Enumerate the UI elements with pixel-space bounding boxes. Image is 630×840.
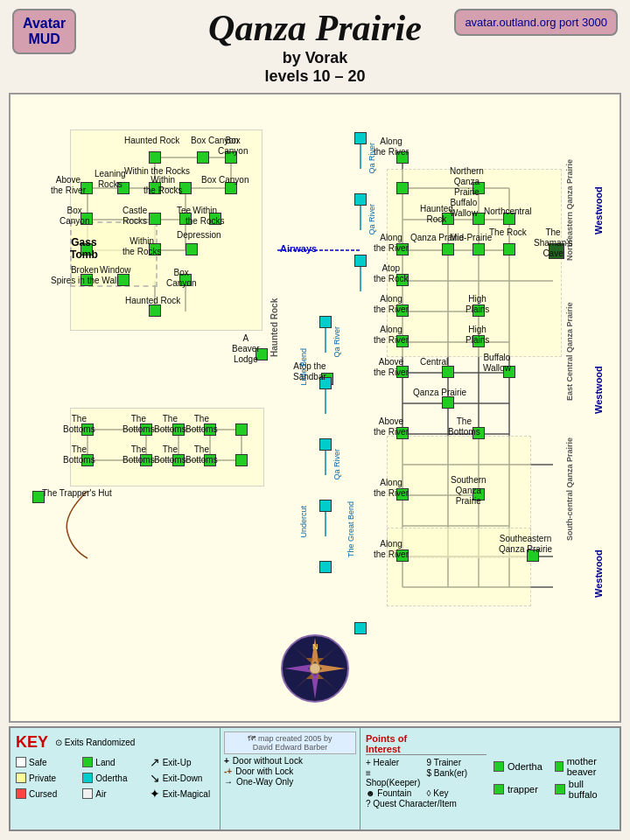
- node-central: [442, 366, 454, 378]
- label-qa-river-3: Qa River: [332, 326, 342, 358]
- node-along-river-e2: [396, 182, 409, 194]
- poi-quest: ? Quest Character/Item: [366, 799, 486, 808]
- page-header: AvatarMUD Qanza Prairie by Vorak levels …: [0, 0, 630, 89]
- page-by: by Vorak: [0, 49, 630, 67]
- node-buffalo-wallow-s: [503, 366, 515, 378]
- westwood-label-3: Westwood: [593, 536, 604, 598]
- node-above-river-e: [396, 366, 409, 378]
- node-bottoms-7: [140, 454, 152, 466]
- svg-point-148: [310, 663, 320, 674]
- node-within-rocks-1: [149, 182, 161, 194]
- node-above-river-1: [80, 182, 93, 194]
- node-atop-rock: [396, 274, 409, 286]
- poi-title: Points ofInterest: [366, 733, 486, 755]
- key-private: Private: [16, 771, 80, 785]
- node-along-river-e7: [396, 550, 409, 562]
- server-badge: avatar.outland.org port 3000: [454, 9, 618, 36]
- key-air: Air: [82, 787, 147, 801]
- node-haunted-rock-2: [149, 304, 161, 317]
- key-exit-up: ↗Exit-Up: [150, 755, 214, 769]
- northeastern-qanza-label: Northeastern Qanza Prairie: [565, 156, 574, 261]
- node-within-rocks-3: [209, 213, 221, 225]
- node-buffalo-wallow-n: [472, 213, 485, 225]
- key-right: Points ofInterest + Healer 9 Trainer ≡ S…: [360, 728, 620, 830]
- key-safe: Safe: [16, 755, 80, 769]
- node-bottoms-5: [235, 424, 248, 436]
- node-northern-qanza: [472, 182, 485, 194]
- label-qa-river-1: Qa River: [368, 143, 377, 174]
- node-qanza-prairie-n: [442, 243, 454, 256]
- node-bottoms-4: [204, 424, 216, 436]
- label-qa-river-4: Qa River: [332, 449, 342, 480]
- avatar-mud-badge: AvatarMUD: [12, 9, 76, 54]
- key-section: KEY ⊙ Exits Randomized Safe Land ↗Exit-U…: [9, 726, 621, 831]
- door-with-lock: -+Door with Lock: [224, 766, 356, 776]
- map-container: Haunted Rock Westwood Westwood: [9, 93, 621, 723]
- node-along-river-e3: [396, 243, 409, 256]
- east-central-qanza-label: East Central Qanza Prairie: [565, 278, 574, 401]
- node-beaver-lodge: [256, 348, 268, 360]
- node-river-8: [354, 622, 367, 634]
- node-mid-prairie: [472, 243, 485, 256]
- node-box-canyon-5: [179, 274, 192, 286]
- node-river-4: [319, 316, 332, 328]
- node-southeastern-qanza: [527, 550, 539, 562]
- node-river-3: [354, 255, 367, 267]
- node-box-canyon-4: [80, 213, 93, 225]
- label-qa-river-2: Qa River: [368, 204, 377, 235]
- poi-shop: ≡ Shop(Keeper): [366, 768, 426, 788]
- legend-odertha: Odertha: [494, 756, 553, 777]
- poi-bank: $ Bank(er): [427, 768, 487, 788]
- poi-trainer: 9 Trainer: [427, 758, 487, 767]
- legend-bull-buffalo: bull buffalo: [555, 779, 614, 800]
- node-along-river-e4: [396, 304, 409, 317]
- node-along-river-e1: [396, 151, 409, 164]
- poi-fountain: ☻ Fountain: [366, 788, 426, 798]
- node-river-7: [319, 561, 332, 573]
- node-bottoms-1: [81, 424, 94, 436]
- node-river-2: [354, 193, 367, 206]
- label-great-bend: The Great Bend: [346, 501, 356, 557]
- legend-items: Odertha mother beaver trapper bull buffa…: [494, 756, 614, 800]
- node-along-river-e5: [396, 335, 409, 347]
- westwood-label-1: Westwood: [593, 173, 604, 234]
- svg-text:N: N: [312, 642, 318, 651]
- node-little-bend: [319, 377, 332, 389]
- key-land: Land: [82, 755, 147, 769]
- page-levels: levels 10 – 20: [0, 67, 630, 86]
- node-qanza-prairie-s: [442, 396, 454, 409]
- node-within-rocks-4: [149, 243, 161, 256]
- node-river-1: [354, 132, 367, 144]
- label-undercut: Undercut: [299, 506, 309, 538]
- node-high-plains-2: [472, 335, 485, 347]
- label-qanza-prairie-s: Qanza Prairie: [413, 388, 466, 398]
- node-southern-qanza: [472, 488, 485, 500]
- node-above-river-e2: [396, 427, 409, 439]
- node-bottoms-9: [204, 454, 216, 466]
- node-tee: [179, 213, 192, 225]
- label-little-bend: Little Bend: [299, 348, 309, 386]
- poi-key: ◊ Key: [427, 788, 487, 798]
- label-airways: Airways: [280, 243, 317, 254]
- key-exit-down: ↘Exit-Down: [150, 771, 214, 785]
- node-leaning-rocks: [117, 182, 130, 194]
- node-bottoms-3: [172, 424, 185, 436]
- south-central-qanza-label: South-central Qanza Prairie: [565, 436, 574, 541]
- southeast-region-box: [387, 528, 531, 606]
- node-gass-tomb: [80, 243, 93, 256]
- key-left: KEY ⊙ Exits Randomized Safe Land ↗Exit-U…: [10, 728, 220, 830]
- node-northcentral: [503, 213, 515, 225]
- exits-randomized-label: ⊙ Exits Randomized: [55, 738, 135, 747]
- compass-rose: N: [280, 634, 350, 704]
- node-bottoms-8: [172, 454, 185, 466]
- node-within-rocks-2: [179, 182, 192, 194]
- key-middle: 🗺 map created 2005 byDavid Edward Barber…: [220, 728, 360, 830]
- avatar-mud-text: AvatarMUD: [23, 16, 66, 46]
- node-bottoms-2: [140, 424, 152, 436]
- key-water: Odertha: [82, 771, 147, 785]
- legend-trapper: trapper: [494, 779, 553, 800]
- poi-healer: + Healer: [366, 758, 426, 767]
- node-bottoms-10: [235, 454, 248, 466]
- key-exit-magical: ✦Exit-Magical: [150, 787, 214, 801]
- node-trappers-hut: [32, 491, 45, 503]
